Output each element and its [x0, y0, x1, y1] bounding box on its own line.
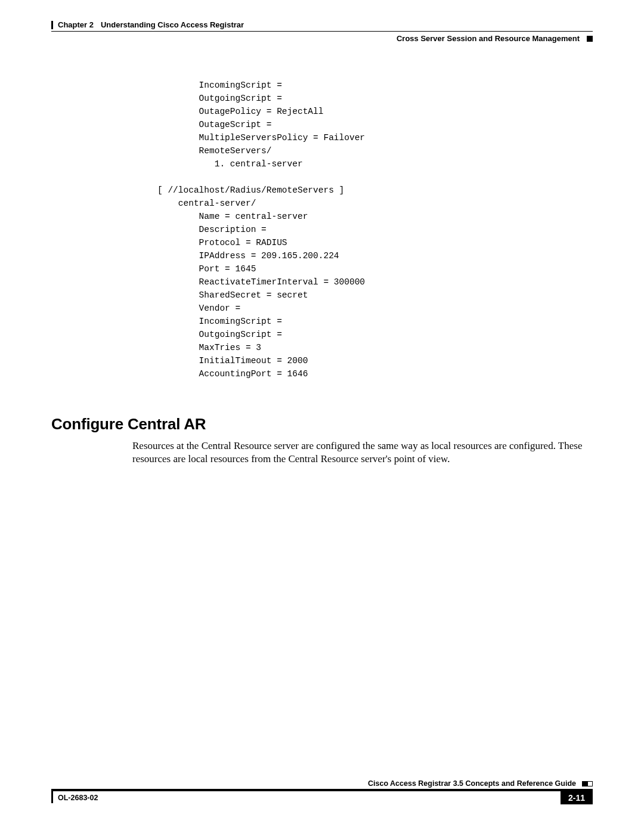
footer-left: OL-2683-02 [51, 791, 98, 803]
footer-accent-bar-icon [51, 791, 53, 803]
page-number-badge: 2-11 [561, 791, 593, 804]
chapter-number: Chapter 2 [58, 20, 94, 29]
section-title: Cross Server Session and Resource Manage… [397, 34, 580, 43]
header-row: Chapter 2 Understanding Cisco Access Reg… [51, 20, 593, 29]
header-accent-bar-icon [51, 21, 53, 29]
page: Chapter 2 Understanding Cisco Access Reg… [0, 0, 644, 833]
config-code-block: IncomingScript = OutgoingScript = Outage… [157, 79, 593, 380]
footer-doc-id: OL-2683-02 [58, 792, 98, 802]
footer-bottom-row: OL-2683-02 2-11 [51, 791, 593, 804]
footer-square-icon [582, 781, 587, 786]
footer-square-outline-icon [587, 781, 593, 786]
body-paragraph: Resources at the Central Resource server… [132, 439, 593, 466]
section-heading: Configure Central AR [51, 415, 593, 433]
footer-title-row: Cisco Access Registrar 3.5 Concepts and … [51, 779, 593, 788]
header-divider [51, 31, 593, 32]
footer-guide-title: Cisco Access Registrar 3.5 Concepts and … [368, 779, 576, 788]
footer: Cisco Access Registrar 3.5 Concepts and … [51, 779, 593, 804]
section-square-icon [587, 36, 593, 42]
subheader-row: Cross Server Session and Resource Manage… [51, 33, 593, 43]
chapter-name: Understanding Cisco Access Registrar [101, 20, 244, 29]
